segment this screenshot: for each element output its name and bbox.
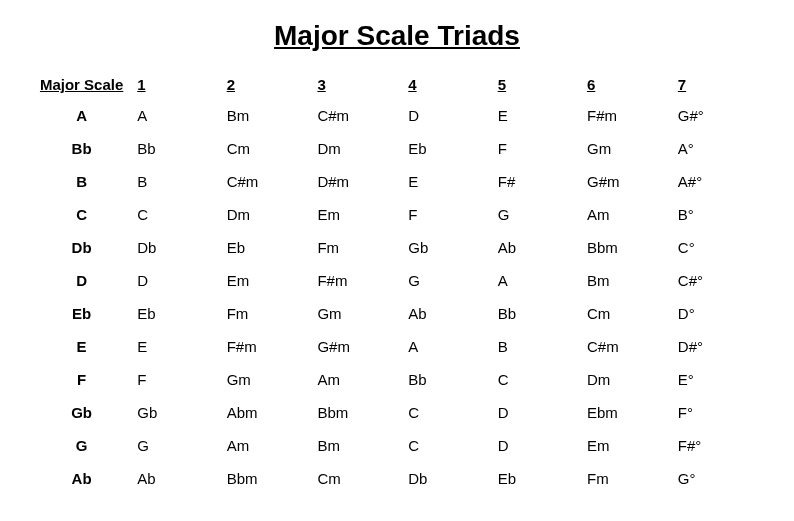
triad-cell: D#m <box>313 165 404 198</box>
triad-cell: Bm <box>223 99 314 132</box>
triad-cell: D <box>494 429 583 462</box>
triad-cell: Fm <box>223 297 314 330</box>
triad-cell: Ab <box>494 231 583 264</box>
triad-cell: Am <box>313 363 404 396</box>
triad-cell: B° <box>674 198 764 231</box>
triad-cell: Fm <box>583 462 674 495</box>
scale-cell: B <box>30 165 133 198</box>
triad-cell: Bbm <box>223 462 314 495</box>
triad-cell: Am <box>223 429 314 462</box>
scale-cell: D <box>30 264 133 297</box>
table-row: BbBbCmDmEbFGmA° <box>30 132 764 165</box>
table-row: GGAmBmCDEmF#° <box>30 429 764 462</box>
triad-cell: Bbm <box>313 396 404 429</box>
table-row: AABmC#mDEF#mG#° <box>30 99 764 132</box>
triad-cell: Ebm <box>583 396 674 429</box>
triad-cell: E° <box>674 363 764 396</box>
scale-cell: A <box>30 99 133 132</box>
triad-cell: Em <box>223 264 314 297</box>
triad-cell: G#m <box>313 330 404 363</box>
scale-cell: Ab <box>30 462 133 495</box>
triad-cell: Bbm <box>583 231 674 264</box>
scale-cell: G <box>30 429 133 462</box>
triad-cell: G° <box>674 462 764 495</box>
triad-cell: F° <box>674 396 764 429</box>
triad-cell: G <box>494 198 583 231</box>
triad-cell: Am <box>583 198 674 231</box>
triad-cell: C <box>404 396 493 429</box>
scale-cell: E <box>30 330 133 363</box>
scale-cell: Db <box>30 231 133 264</box>
triad-cell: A <box>494 264 583 297</box>
table-row: BBC#mD#mEF#G#mA#° <box>30 165 764 198</box>
header-degree-4: 4 <box>404 70 493 99</box>
triad-cell: Cm <box>583 297 674 330</box>
header-degree-5: 5 <box>494 70 583 99</box>
table-row: FFGmAmBbCDmE° <box>30 363 764 396</box>
triad-cell: E <box>494 99 583 132</box>
triad-cell: Abm <box>223 396 314 429</box>
triad-cell: Cm <box>313 462 404 495</box>
triad-cell: A° <box>674 132 764 165</box>
table-row: GbGbAbmBbmCDEbmF° <box>30 396 764 429</box>
triad-cell: Bb <box>404 363 493 396</box>
triad-cell: C#m <box>223 165 314 198</box>
triad-cell: F#m <box>583 99 674 132</box>
triad-cell: Gm <box>313 297 404 330</box>
triads-table: Major Scale 1 2 3 4 5 6 7 AABmC#mDEF#mG#… <box>30 70 764 495</box>
header-degree-7: 7 <box>674 70 764 99</box>
triad-cell: Dm <box>583 363 674 396</box>
triad-cell: Gb <box>404 231 493 264</box>
table-body: AABmC#mDEF#mG#°BbBbCmDmEbFGmA°BBC#mD#mEF… <box>30 99 764 495</box>
scale-cell: Bb <box>30 132 133 165</box>
triad-cell: Bm <box>313 429 404 462</box>
triad-cell: C° <box>674 231 764 264</box>
triad-cell: G <box>404 264 493 297</box>
triad-cell: C <box>404 429 493 462</box>
table-row: EEF#mG#mABC#mD#° <box>30 330 764 363</box>
triad-cell: D <box>404 99 493 132</box>
triad-cell: C#m <box>583 330 674 363</box>
triad-cell: F <box>404 198 493 231</box>
scale-cell: C <box>30 198 133 231</box>
triad-cell: A#° <box>674 165 764 198</box>
triad-cell: Em <box>313 198 404 231</box>
triad-cell: F#° <box>674 429 764 462</box>
triad-cell: D#° <box>674 330 764 363</box>
triad-cell: Eb <box>133 297 222 330</box>
triad-cell: Gm <box>223 363 314 396</box>
triad-cell: C#m <box>313 99 404 132</box>
header-degree-3: 3 <box>313 70 404 99</box>
scale-cell: F <box>30 363 133 396</box>
triad-cell: F <box>133 363 222 396</box>
triad-cell: D° <box>674 297 764 330</box>
triad-cell: F#m <box>223 330 314 363</box>
triad-cell: A <box>133 99 222 132</box>
table-row: DDEmF#mGABmC#° <box>30 264 764 297</box>
triad-cell: C#° <box>674 264 764 297</box>
page-title: Major Scale Triads <box>30 20 764 52</box>
triad-cell: Eb <box>494 462 583 495</box>
triad-cell: D <box>494 396 583 429</box>
triad-cell: F# <box>494 165 583 198</box>
header-degree-6: 6 <box>583 70 674 99</box>
triad-cell: Bb <box>133 132 222 165</box>
triad-cell: Cm <box>223 132 314 165</box>
triad-cell: G#° <box>674 99 764 132</box>
header-degree-1: 1 <box>133 70 222 99</box>
triad-cell: F <box>494 132 583 165</box>
triad-cell: G#m <box>583 165 674 198</box>
triad-cell: G <box>133 429 222 462</box>
table-row: AbAbBbmCmDbEbFmG° <box>30 462 764 495</box>
triad-cell: Ab <box>133 462 222 495</box>
triad-cell: Db <box>133 231 222 264</box>
table-row: CCDmEmFGAmB° <box>30 198 764 231</box>
table-header-row: Major Scale 1 2 3 4 5 6 7 <box>30 70 764 99</box>
triad-cell: D <box>133 264 222 297</box>
triad-cell: B <box>494 330 583 363</box>
header-scale: Major Scale <box>30 70 133 99</box>
triad-cell: B <box>133 165 222 198</box>
triad-cell: Eb <box>404 132 493 165</box>
triad-cell: Gm <box>583 132 674 165</box>
triad-cell: Bm <box>583 264 674 297</box>
